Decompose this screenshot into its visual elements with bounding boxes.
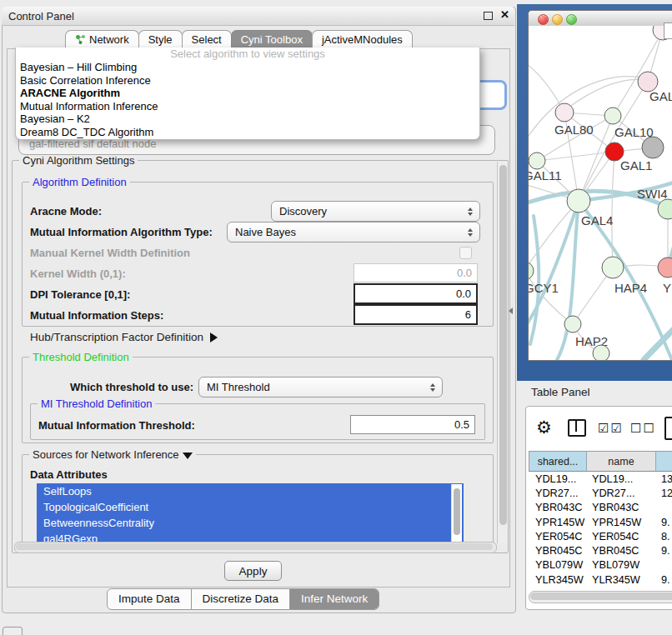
kernel-width-field[interactable]: 0.0 bbox=[354, 263, 478, 282]
table-row[interactable]: YDR27...YDR27...12 bbox=[529, 486, 672, 500]
algorithm-option-dream8-dc-tdc-algorithm[interactable]: Dream8 DC_TDC Algorithm bbox=[16, 126, 479, 139]
table-cell: 9. bbox=[656, 545, 672, 557]
column-header-name[interactable]: name bbox=[587, 451, 656, 472]
table-horizontal-scrollbar[interactable] bbox=[529, 591, 672, 603]
bottom-tab-impute-data[interactable]: Impute Data bbox=[108, 589, 192, 609]
restore-panel-button[interactable] bbox=[3, 627, 23, 635]
document-icon[interactable] bbox=[664, 417, 672, 440]
sources-title[interactable]: Sources for Network Inference bbox=[29, 448, 196, 461]
tab-select[interactable]: Select bbox=[182, 30, 232, 48]
table-cell: YER054C bbox=[587, 531, 656, 542]
network-edge[interactable] bbox=[529, 59, 564, 112]
table-row[interactable]: YER054CYER054C8. bbox=[529, 529, 672, 543]
tab-cyni-toolbox[interactable]: Cyni Toolbox bbox=[231, 30, 313, 48]
network-node[interactable] bbox=[642, 137, 664, 158]
settings-vertical-scrollbar[interactable] bbox=[497, 162, 508, 543]
attribute-item-selfloops[interactable]: SelfLoops bbox=[37, 483, 464, 499]
table-cell: YDL19... bbox=[529, 473, 587, 485]
collapse-down-icon[interactable] bbox=[183, 452, 193, 459]
mi-steps-field[interactable]: 6 bbox=[354, 304, 478, 325]
table-cell: 12 bbox=[656, 488, 672, 499]
network-edge[interactable] bbox=[530, 216, 539, 344]
network-node[interactable] bbox=[593, 345, 609, 360]
network-node-y[interactable] bbox=[658, 258, 672, 278]
scrollbar-thumb[interactable] bbox=[499, 165, 507, 525]
table-cell: YDL19... bbox=[587, 473, 656, 485]
column-header-shared[interactable]: shared... bbox=[529, 451, 587, 472]
table-cell: YDR27... bbox=[529, 488, 587, 499]
algorithm-option-bayesian-hill-climbing[interactable]: Bayesian – Hill Climbing bbox=[16, 61, 479, 74]
mi-threshold-label: Mutual Information Threshold: bbox=[38, 419, 195, 432]
split-view-columns-icon[interactable] bbox=[568, 419, 586, 437]
table-cell: YPR145W bbox=[587, 517, 656, 528]
apply-button[interactable]: Apply bbox=[224, 561, 282, 581]
network-node-hap2[interactable] bbox=[564, 316, 581, 332]
table-toolbar: ⚙☑☑☐☐ bbox=[526, 407, 672, 448]
scrollbar-thumb[interactable] bbox=[530, 592, 672, 600]
hub-definition-expander[interactable]: Hub/Transcription Factor Definition bbox=[30, 331, 218, 343]
algorithm-option-basic-correlation-inference[interactable]: Basic Correlation Inference bbox=[16, 74, 479, 88]
table-row[interactable]: YLR345WYLR345W9. bbox=[529, 572, 672, 587]
mi-steps-label: Mutual Information Steps: bbox=[30, 309, 163, 322]
manual-kernel-checkbox[interactable] bbox=[459, 247, 472, 259]
node-label-gal80: GAL80 bbox=[554, 122, 594, 137]
network-node-gcy1[interactable] bbox=[529, 262, 534, 280]
table-row[interactable]: YDL19...YDL19...13 bbox=[529, 472, 672, 486]
algorithm-option-aracne-algorithm[interactable]: ARACNE Algorithm bbox=[16, 87, 479, 100]
splitter-collapse-handle[interactable] bbox=[509, 308, 513, 314]
attribute-item-betweennesscentrality[interactable]: BetweennessCentrality bbox=[37, 515, 464, 531]
scrollbar-thumb[interactable] bbox=[16, 543, 493, 550]
combo-arrows-icon bbox=[468, 208, 473, 216]
settings-gear-icon[interactable]: ⚙ bbox=[536, 418, 552, 438]
tab-style[interactable]: Style bbox=[138, 30, 183, 48]
table-row[interactable]: YBR043CYBR043C bbox=[529, 501, 672, 515]
network-window-titlebar[interactable] bbox=[529, 11, 672, 27]
scrollbar-thumb[interactable] bbox=[454, 488, 460, 535]
network-canvas[interactable]: GALGAL80GAL10GAL1GAL11SWI4GAL4GCY1HAP4YH… bbox=[529, 26, 672, 360]
close-icon[interactable]: ✕ bbox=[500, 8, 509, 21]
settings-horizontal-scrollbar[interactable] bbox=[14, 542, 497, 553]
attributes-list-scrollbar[interactable] bbox=[451, 484, 462, 547]
aracne-mode-combo[interactable]: Discovery bbox=[271, 201, 480, 222]
hide-columns-unchecked-icon[interactable]: ☐☐ bbox=[630, 421, 656, 436]
dpi-tolerance-label: DPI Tolerance [0,1]: bbox=[30, 288, 130, 301]
algorithm-option-bayesian-k2[interactable]: Bayesian – K2 bbox=[16, 112, 479, 126]
show-columns-checked-icon[interactable]: ☑☑ bbox=[598, 421, 624, 436]
column-header-cut[interactable] bbox=[656, 451, 672, 472]
table-row[interactable]: YBL079WYBL079W bbox=[529, 558, 672, 572]
screen: Control Panel ✕ NetworkStyleSelectCyni T… bbox=[0, 0, 672, 635]
dpi-tolerance-field[interactable]: 0.0 bbox=[354, 283, 478, 304]
table-cell: YER054C bbox=[529, 531, 587, 542]
table-row[interactable]: YIL052CYIL052C9 bbox=[529, 587, 672, 590]
algorithm-option-mutual-information-inference[interactable]: Mutual Information Inference bbox=[16, 100, 479, 113]
network-view-window[interactable]: GALGAL80GAL10GAL1GAL11SWI4GAL4GCY1HAP4YH… bbox=[528, 10, 672, 361]
bottom-tab-infer-network[interactable]: Infer Network bbox=[290, 589, 379, 609]
hub-definition-label: Hub/Transcription Factor Definition bbox=[30, 331, 203, 343]
data-attributes-list: SelfLoopsTopologicalCoefficientBetweenne… bbox=[37, 483, 464, 548]
bottom-tab-discretize-data[interactable]: Discretize Data bbox=[192, 589, 291, 609]
network-node-gal10[interactable] bbox=[604, 108, 621, 124]
control-panel-titlebar[interactable]: Control Panel ✕ bbox=[2, 7, 514, 26]
attribute-item-topologicalcoefficient[interactable]: TopologicalCoefficient bbox=[37, 499, 464, 515]
table-row[interactable]: YBR045CYBR045C9. bbox=[529, 543, 672, 558]
mi-type-combo[interactable]: Naive Bayes bbox=[227, 222, 480, 242]
zoom-traffic-light-icon[interactable] bbox=[566, 14, 577, 25]
table-row[interactable]: YPR145WYPR145W9. bbox=[529, 515, 672, 529]
network-scrollbar-corner[interactable] bbox=[664, 22, 672, 39]
network-node-gal11[interactable] bbox=[529, 152, 545, 169]
network-edge[interactable] bbox=[579, 82, 648, 201]
tab-jactivemnodules[interactable]: jActiveMNodules bbox=[312, 30, 413, 48]
network-icon bbox=[75, 34, 86, 45]
close-traffic-light-icon[interactable] bbox=[538, 14, 549, 25]
network-node-gal80[interactable] bbox=[555, 103, 574, 122]
network-node-hap4[interactable] bbox=[602, 257, 624, 278]
expand-right-icon[interactable] bbox=[210, 332, 218, 342]
kernel-width-value: 0.0 bbox=[457, 267, 472, 279]
mi-threshold-field[interactable]: 0.5 bbox=[350, 415, 475, 434]
float-window-icon[interactable] bbox=[484, 12, 493, 20]
which-threshold-combo[interactable]: MI Threshold bbox=[198, 377, 443, 398]
table-cell: YBR043C bbox=[529, 502, 587, 513]
minimize-traffic-light-icon[interactable] bbox=[552, 14, 563, 25]
network-node-gal4[interactable] bbox=[567, 189, 590, 212]
tab-network[interactable]: Network bbox=[65, 30, 139, 48]
